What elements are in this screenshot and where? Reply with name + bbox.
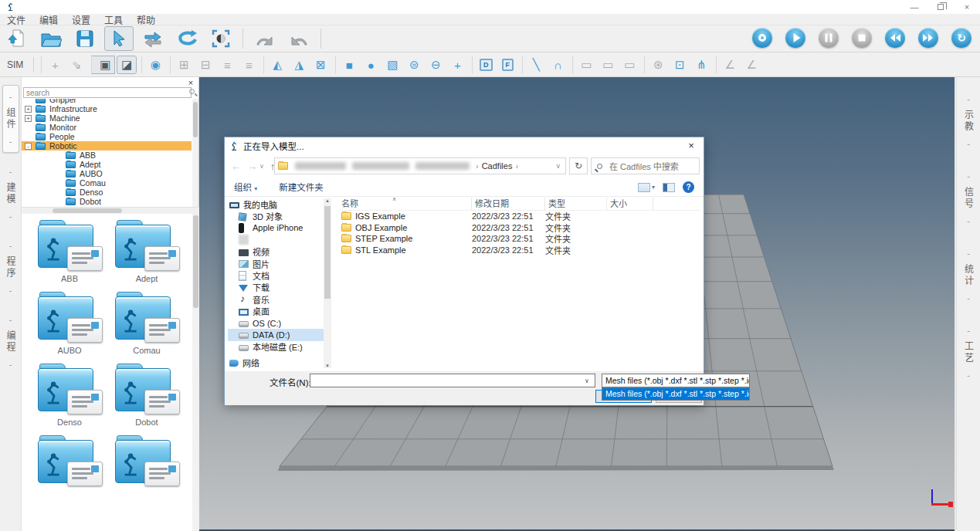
- tree-expander-icon[interactable]: +: [25, 106, 32, 113]
- undo-button[interactable]: [250, 26, 280, 51]
- filename-dropdown-icon[interactable]: ∨: [585, 377, 589, 384]
- left-tab[interactable]: - 建模 -: [2, 161, 19, 227]
- column-header-size[interactable]: 大小: [607, 198, 653, 210]
- right-tab[interactable]: - 统计 -: [960, 242, 977, 309]
- dialog-titlebar[interactable]: 正在导入模型... ×: [225, 137, 704, 154]
- tree-item[interactable]: People: [22, 132, 192, 141]
- console-1-icon[interactable]: ▭: [572, 56, 596, 74]
- component-folder-item[interactable]: [31, 435, 108, 499]
- reset-button[interactable]: ↻: [951, 28, 972, 48]
- menu-item[interactable]: 帮助: [130, 13, 162, 26]
- help-button[interactable]: ?: [683, 181, 694, 193]
- list-add-icon[interactable]: ≡: [217, 56, 237, 74]
- left-tab[interactable]: - 组件 -: [2, 85, 19, 153]
- copy-remove-icon[interactable]: ⊟: [195, 56, 215, 74]
- menu-item[interactable]: 编辑: [32, 13, 65, 26]
- list-remove-icon[interactable]: ≡: [239, 56, 259, 74]
- address-bar[interactable]: › Cadfiles › ∨: [274, 157, 566, 174]
- pause-button[interactable]: [819, 28, 839, 48]
- tree-item[interactable]: Adept: [22, 160, 192, 169]
- view-mode-button[interactable]: ▾: [638, 183, 655, 192]
- nav-tree-item[interactable]: 我的电脑: [228, 198, 324, 210]
- sphere-shape-icon[interactable]: ●: [361, 56, 381, 74]
- tree-item[interactable]: ABB: [22, 151, 192, 160]
- close-button[interactable]: ×: [954, 0, 980, 14]
- filetype-option-selected[interactable]: Mesh files (*.obj *.dxf *.stl *.stp *.st…: [602, 388, 749, 400]
- wireframe-cube-icon[interactable]: ▣: [91, 56, 115, 74]
- focus-view-button[interactable]: [206, 26, 236, 51]
- nav-tree-item[interactable]: 文档: [228, 269, 324, 281]
- nav-tree-item[interactable]: 下载: [228, 282, 324, 293]
- eye-add-icon[interactable]: ◉: [141, 56, 165, 74]
- fit-view-icon[interactable]: ⇘: [66, 56, 86, 74]
- menu-item[interactable]: 工具: [97, 13, 130, 26]
- nav-tree-item[interactable]: 网络: [228, 357, 324, 368]
- component-folder-item[interactable]: ABB: [31, 220, 108, 284]
- column-header-date[interactable]: 修改日期: [472, 198, 545, 210]
- column-header-type[interactable]: 类型: [545, 198, 607, 210]
- chart-1-icon[interactable]: ∠: [716, 56, 740, 74]
- translate-tool-button[interactable]: [138, 26, 168, 51]
- tree-expander-icon[interactable]: -: [25, 143, 32, 150]
- nav-tree-item[interactable]: Apple iPhone: [228, 222, 324, 234]
- nav-tree-scrollbar[interactable]: ▲▼: [324, 198, 331, 368]
- panel-close-button[interactable]: ×: [185, 78, 196, 87]
- menu-item[interactable]: 文件: [0, 13, 32, 26]
- nav-tree-item[interactable]: 3D 对象: [228, 210, 324, 222]
- grid-scrollbar[interactable]: [192, 214, 199, 531]
- menu-item[interactable]: 设置: [65, 13, 97, 26]
- rotate-tool-button[interactable]: [172, 26, 202, 51]
- left-tab[interactable]: - 编程 -: [2, 309, 19, 375]
- right-tab[interactable]: - 工艺 -: [960, 320, 977, 386]
- tree-item[interactable]: Dobot: [22, 197, 192, 206]
- component-folder-item[interactable]: Denso: [31, 364, 108, 428]
- component-search-input[interactable]: [23, 87, 192, 98]
- nav-tree-item[interactable]: OS (C:): [228, 317, 324, 329]
- marker-tool-icon[interactable]: ◭: [263, 56, 287, 74]
- section-cube-icon[interactable]: ◪: [117, 56, 137, 74]
- history-dropdown-icon[interactable]: ∨: [259, 163, 264, 170]
- record-button[interactable]: [752, 28, 772, 48]
- nav-tree-item[interactable]: 桌面: [228, 306, 324, 317]
- STEP Example[interactable]: STEP Example 2022/3/23 22:51 文件夹: [338, 233, 701, 245]
- right-tab[interactable]: - 示教 -: [960, 88, 977, 154]
- stop-button[interactable]: [852, 28, 872, 48]
- ellipsoid-shape-icon[interactable]: ⊜: [404, 56, 424, 74]
- dialog-search-box[interactable]: 在 Cadfiles 中搜索: [591, 157, 700, 174]
- line-tool-icon[interactable]: ╲: [522, 56, 546, 74]
- nav-tree-item[interactable]: 音乐: [228, 293, 324, 305]
- new-file-button[interactable]: [2, 26, 32, 51]
- maximize-button[interactable]: [927, 0, 954, 14]
- tree-horizontal-scrollbar[interactable]: [22, 207, 199, 214]
- component-folder-item[interactable]: Comau: [108, 292, 185, 356]
- OBJ Example[interactable]: OBJ Example 2022/3/23 22:51 文件夹: [338, 222, 701, 234]
- tree-scrollbar[interactable]: [192, 99, 198, 207]
- minimize-button[interactable]: —: [901, 0, 927, 14]
- redo-button[interactable]: [284, 26, 314, 51]
- tree-item[interactable]: Monitor: [22, 123, 192, 132]
- organize-button[interactable]: 组织 ▾: [234, 181, 257, 193]
- nav-tree-item[interactable]: 图片: [228, 258, 324, 269]
- right-tab[interactable]: - 信号 -: [960, 165, 977, 232]
- brush-tool-icon[interactable]: ◮: [289, 56, 309, 74]
- tree-expander-icon[interactable]: +: [25, 115, 32, 122]
- copy-add-icon[interactable]: ⊞: [170, 56, 194, 74]
- chart-2-icon[interactable]: ∠: [741, 56, 761, 74]
- refresh-button[interactable]: ↻: [569, 157, 588, 174]
- point-shape-icon[interactable]: +: [447, 56, 467, 74]
- tree-item[interactable]: + Infrastructure: [22, 104, 192, 113]
- cylinder-shape-icon[interactable]: ⊖: [426, 56, 446, 74]
- console-2-icon[interactable]: ▭: [598, 56, 618, 74]
- tree-item[interactable]: Gripper: [22, 99, 192, 104]
- component-folder-item[interactable]: AUBO: [31, 292, 108, 356]
- chip-f-icon[interactable]: F: [497, 56, 517, 74]
- filename-input[interactable]: [310, 374, 595, 387]
- snowflake-icon[interactable]: ⊛: [644, 56, 668, 74]
- dialog-close-button[interactable]: ×: [680, 138, 703, 154]
- breadcrumb-cadfiles[interactable]: Cadfiles: [482, 161, 513, 171]
- tree-item[interactable]: - Robotic: [22, 141, 192, 151]
- column-header-name[interactable]: 名称∧: [338, 198, 472, 210]
- new-folder-button[interactable]: 新建文件夹: [279, 181, 324, 193]
- rewind-button[interactable]: [885, 28, 905, 48]
- nav-tree-item[interactable]: DATA (D:): [228, 329, 324, 340]
